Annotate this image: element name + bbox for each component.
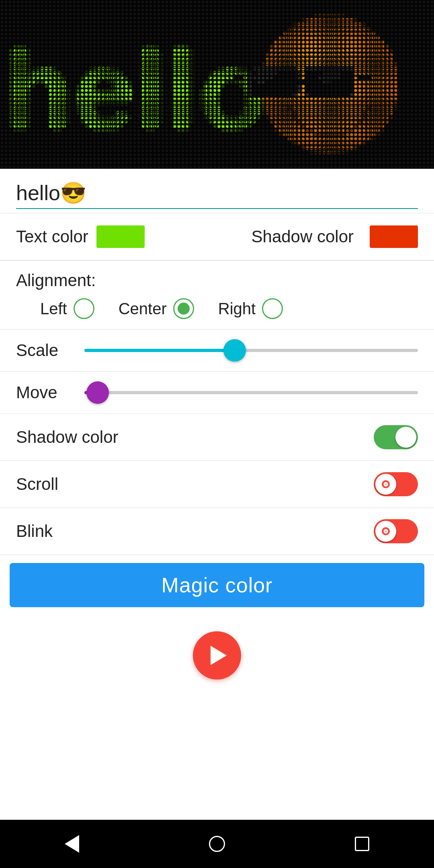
shadow-color-label: Shadow color [252,227,354,246]
shadow-toggle[interactable] [374,425,418,449]
alignment-right-label: Right [218,300,256,318]
scroll-toggle[interactable]: ⊙ [374,472,418,496]
text-input-row [0,169,434,213]
text-input[interactable] [16,181,418,209]
scroll-toggle-knob: ⊙ [375,474,396,495]
nav-back-button[interactable] [57,827,87,861]
blink-toggle-label: Blink [16,522,374,541]
play-button[interactable] [193,631,241,680]
alignment-center-radio[interactable] [173,298,194,319]
alignment-title: Alignment: [16,271,418,290]
shadow-toggle-label: Shadow color [16,428,374,447]
alignment-options: Left Center Right [40,298,418,319]
controls-panel: Text color Shadow color Alignment: Left … [0,169,434,820]
magic-color-button[interactable]: Magic color [10,563,424,607]
alignment-option-center[interactable]: Center [119,298,194,319]
home-icon [209,836,225,852]
blink-toggle-row: Blink ⊙ [0,508,434,555]
move-slider[interactable] [84,391,418,394]
alignment-left-label: Left [40,300,67,318]
shadow-color-swatch[interactable] [370,225,418,248]
scale-slider[interactable] [84,349,418,352]
move-label: Move [16,383,72,402]
text-color-swatch[interactable] [96,225,145,248]
alignment-center-label: Center [119,300,167,318]
scale-label: Scale [16,341,72,360]
scroll-toggle-row: Scroll ⊙ [0,461,434,508]
alignment-row: Alignment: Left Center Right [0,261,434,330]
nav-bar [0,820,434,868]
shadow-toggle-knob [395,427,416,448]
shadow-toggle-row: Shadow color [0,414,434,461]
blink-toggle-knob: ⊙ [375,521,396,542]
recent-icon [355,837,369,851]
play-button-row [0,615,434,692]
play-icon [211,646,227,665]
back-icon [65,835,79,853]
alignment-left-radio[interactable] [74,298,94,319]
nav-recent-button[interactable] [347,829,377,859]
text-color-label: Text color [16,227,88,246]
color-row: Text color Shadow color [0,213,434,260]
scale-row: Scale [0,330,434,372]
alignment-right-radio[interactable] [262,298,283,319]
nav-home-button[interactable] [201,828,233,860]
led-display [0,0,434,169]
blink-toggle[interactable]: ⊙ [374,519,418,543]
alignment-option-left[interactable]: Left [40,298,94,319]
alignment-option-right[interactable]: Right [218,298,283,319]
move-row: Move [0,372,434,414]
scroll-toggle-label: Scroll [16,475,374,494]
